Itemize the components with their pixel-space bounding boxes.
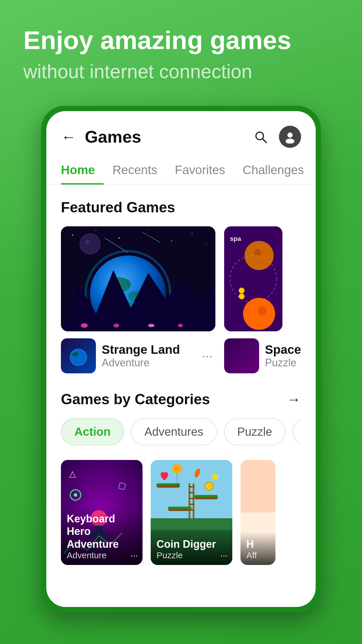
strange-land-name: Strange Land	[102, 343, 193, 357]
featured-scroll: Strange Land Adventure ··· spa	[61, 226, 301, 373]
app-bar: ← Games	[46, 111, 316, 157]
tab-recents[interactable]: Recents	[113, 157, 166, 184]
search-button[interactable]	[250, 127, 271, 147]
svg-point-70	[205, 482, 213, 490]
keyboard-hero-image: Keyboard HeroAdventure Adventure ···	[61, 460, 143, 565]
space-image: spa	[224, 226, 282, 331]
svg-rect-65	[189, 486, 194, 487]
categories-section: Games by Categories → Action Adventures …	[46, 379, 316, 454]
svg-line-1	[263, 139, 266, 143]
app-title: Games	[85, 127, 250, 146]
pill-action[interactable]: Action	[61, 418, 124, 445]
third-card-overlay: H Aff	[240, 532, 275, 565]
strange-land-genre: Adventure	[102, 357, 193, 369]
featured-card-strange-land[interactable]: Strange Land Adventure ···	[61, 226, 215, 373]
svg-rect-67	[189, 498, 194, 499]
svg-point-50	[74, 493, 77, 497]
featured-section: Featured Games	[46, 184, 316, 379]
space-genre: Puzzle	[265, 357, 301, 369]
tab-challenges[interactable]: Challenges	[243, 157, 313, 184]
svg-point-71	[172, 464, 182, 473]
categories-arrow[interactable]: →	[287, 391, 301, 408]
space-info: Space Puzzle	[224, 338, 282, 373]
svg-point-7	[119, 237, 120, 239]
svg-point-13	[80, 234, 100, 254]
svg-point-14	[85, 240, 89, 245]
tab-home[interactable]: Home	[61, 157, 104, 184]
svg-point-25	[113, 323, 119, 328]
categories-title: Games by Categories	[61, 391, 210, 408]
games-row: Keyboard HeroAdventure Adventure ···	[61, 460, 301, 565]
svg-point-6	[96, 230, 96, 231]
svg-point-37	[258, 307, 266, 315]
pill-puzzle[interactable]: Puzzle	[224, 418, 286, 445]
svg-rect-58	[157, 483, 180, 486]
back-button[interactable]: ←	[61, 128, 76, 146]
coin-digger-genre: Puzzle	[157, 550, 226, 560]
coin-digger-dots[interactable]: ···	[220, 550, 228, 560]
svg-point-2	[287, 132, 293, 138]
game-card-keyboard-hero[interactable]: Keyboard HeroAdventure Adventure ···	[61, 460, 143, 565]
svg-point-39	[239, 293, 245, 299]
strange-land-text: Strange Land Adventure	[102, 343, 193, 369]
svg-rect-68	[189, 504, 194, 505]
svg-point-3	[286, 139, 294, 144]
svg-point-38	[239, 288, 245, 293]
svg-text:spa: spa	[230, 235, 241, 242]
space-name: Space	[265, 343, 301, 357]
svg-point-34	[254, 249, 261, 256]
space-text: Space Puzzle	[265, 343, 301, 369]
svg-rect-63	[189, 483, 190, 518]
featured-header: Featured Games	[61, 199, 301, 216]
game-card-third[interactable]: H Aff	[240, 460, 275, 565]
keyboard-hero-dots[interactable]: ···	[131, 550, 138, 560]
keyboard-hero-title: Keyboard HeroAdventure	[67, 512, 137, 550]
svg-point-24	[81, 323, 88, 328]
games-grid-section: Keyboard HeroAdventure Adventure ···	[46, 454, 316, 577]
third-card-title: H	[246, 538, 270, 550]
tabs-row: Home Recents Favorites Challenges	[46, 157, 316, 184]
app-bar-icons	[250, 126, 301, 148]
space-thumb	[224, 338, 259, 373]
third-card-image: H Aff	[240, 460, 275, 565]
pill-adventures[interactable]: Adventures	[131, 418, 217, 445]
coin-digger-title: Coin Digger	[157, 538, 226, 550]
svg-point-26	[148, 324, 154, 327]
phone-screen: ← Games Home Recents	[46, 111, 316, 607]
svg-point-29	[73, 352, 78, 356]
third-card-genre: Aff	[246, 550, 270, 560]
strange-land-info: Strange Land Adventure ···	[61, 338, 215, 373]
svg-rect-69	[189, 510, 194, 511]
svg-point-8	[148, 229, 149, 230]
pill-strategy[interactable]: Strategy	[293, 418, 301, 445]
phone-shell: ← Games Home Recents	[41, 106, 321, 612]
hero-title: Enjoy amazing games	[23, 26, 345, 55]
svg-point-9	[192, 233, 193, 234]
svg-point-27	[178, 324, 183, 327]
hero-subtitle: without internet connection	[23, 60, 345, 83]
account-button[interactable]	[279, 126, 301, 148]
strange-land-thumb	[61, 338, 96, 373]
svg-rect-66	[189, 492, 194, 493]
strange-land-more[interactable]: ···	[199, 346, 215, 366]
featured-title: Featured Games	[61, 199, 175, 216]
tab-favorites[interactable]: Favorites	[175, 157, 234, 184]
categories-header: Games by Categories →	[61, 391, 301, 408]
keyboard-hero-genre: Adventure	[67, 550, 137, 560]
svg-rect-62	[168, 507, 191, 509]
svg-point-12	[171, 240, 172, 242]
svg-rect-60	[194, 495, 218, 497]
strange-land-image	[61, 226, 215, 331]
featured-card-space[interactable]: spa	[224, 226, 282, 373]
hero-section: Enjoy amazing games without internet con…	[0, 0, 362, 100]
svg-rect-64	[193, 483, 194, 518]
svg-point-10	[206, 244, 207, 244]
coin-digger-image: Coin Digger Puzzle ···	[151, 460, 232, 565]
svg-point-5	[72, 235, 73, 236]
game-card-coin-digger[interactable]: Coin Digger Puzzle ···	[151, 460, 232, 565]
category-pills: Action Adventures Puzzle Strategy	[61, 418, 301, 445]
svg-rect-76	[240, 460, 275, 512]
